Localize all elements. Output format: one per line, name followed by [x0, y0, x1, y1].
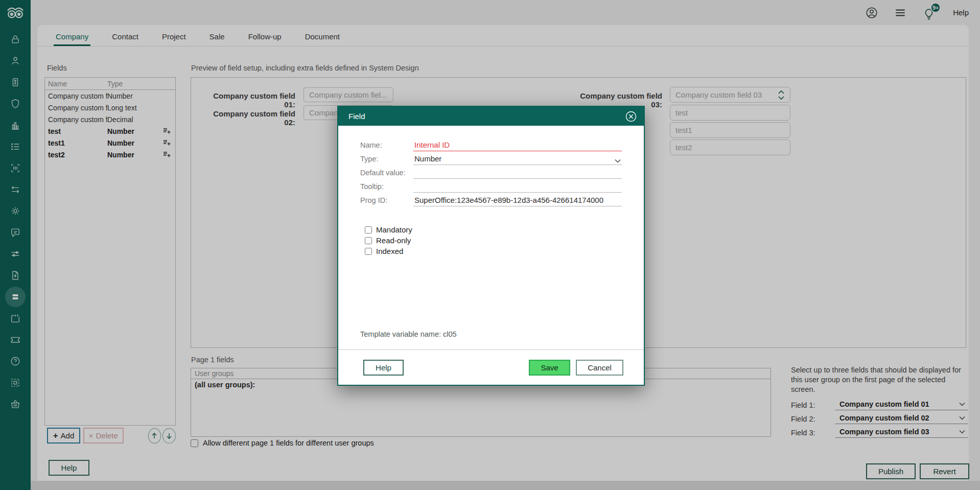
default-value-input[interactable]	[413, 168, 622, 179]
prog-id-input[interactable]	[413, 196, 622, 206]
field-dialog-header: Field	[338, 107, 644, 126]
mandatory-checkbox[interactable]	[365, 226, 372, 234]
chevron-down-icon	[615, 159, 621, 163]
field-dialog: Field Name: Type: Number Default value:	[337, 106, 645, 386]
dialog-footer: Help Save Cancel	[338, 349, 644, 385]
cancel-button[interactable]: Cancel	[576, 360, 623, 376]
name-row: Name:	[338, 137, 644, 151]
dialog-help-button[interactable]: Help	[363, 360, 404, 376]
prog-id-label: Prog ID:	[360, 196, 413, 206]
default-value-row: Default value:	[338, 165, 644, 179]
mandatory-label: Mandatory	[376, 225, 412, 234]
tooltip-input[interactable]	[413, 182, 622, 193]
save-button[interactable]: Save	[529, 360, 570, 376]
name-input[interactable]	[413, 141, 622, 151]
read-only-checkbox[interactable]	[365, 237, 372, 244]
indexed-option: Indexed	[365, 246, 412, 256]
dialog-checkboxes: Mandatory Read-only Indexed	[365, 224, 412, 256]
type-row: Type: Number	[338, 151, 644, 165]
indexed-label: Indexed	[376, 247, 403, 255]
dialog-title: Field	[348, 112, 624, 121]
admin-screen: 9+ Help Company Contact Project Sale Fol…	[0, 0, 980, 490]
type-value: Number	[414, 154, 441, 163]
name-label: Name:	[360, 141, 413, 151]
tooltip-label: Tooltip:	[360, 182, 413, 193]
mandatory-option: Mandatory	[365, 224, 412, 235]
prog-id-row: Prog ID:	[338, 193, 644, 206]
dialog-form: Name: Type: Number Default value: Toolti…	[338, 137, 644, 206]
type-label: Type:	[360, 155, 413, 165]
tooltip-row: Tooltip:	[338, 179, 644, 193]
read-only-label: Read-only	[376, 236, 411, 245]
type-select[interactable]: Number	[413, 154, 622, 165]
close-icon[interactable]	[624, 110, 638, 123]
read-only-option: Read-only	[365, 235, 412, 246]
indexed-checkbox[interactable]	[365, 248, 372, 255]
default-value-label: Default value:	[360, 169, 413, 179]
template-variable-text: Template variable name: cl05	[360, 330, 457, 338]
